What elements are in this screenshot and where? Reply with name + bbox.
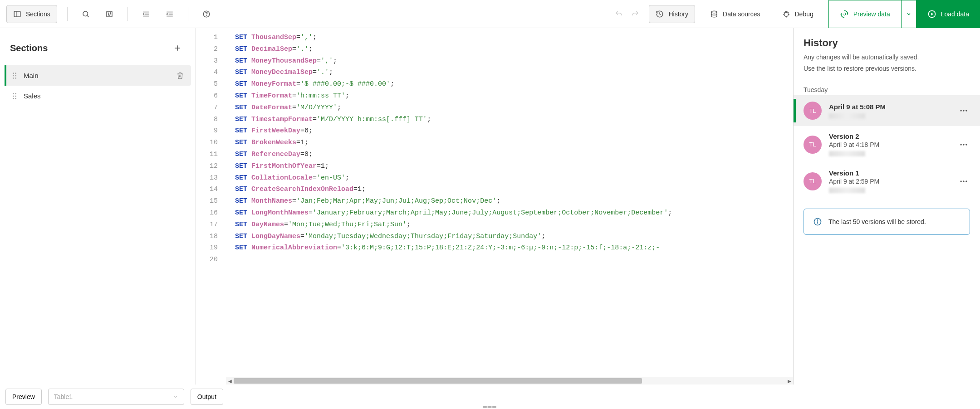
svg-point-27 [13,73,14,74]
toolbar: Sections History [0,0,980,28]
indent-button[interactable] [138,6,154,22]
scrollbar-thumb[interactable] [234,378,642,384]
sections-toggle-label: Sections [26,10,50,18]
svg-line-5 [108,12,109,16]
svg-point-14 [206,15,206,16]
svg-point-31 [13,78,14,79]
history-label: History [668,10,688,18]
svg-point-37 [13,98,14,99]
version-item-1[interactable]: TL Version 2 April 9 at 4:18 PM [794,126,980,163]
chevron-down-icon [173,394,178,399]
divider [67,7,68,21]
data-sources-button[interactable]: Data sources [703,5,767,23]
svg-point-39 [960,110,962,111]
line-gutter: 1234567891011121314151617181920 [196,28,226,385]
horizontal-scrollbar[interactable]: ◀ ▶ [226,377,793,385]
undo-icon [615,10,623,18]
main-area: Sections Main Sales 12345678910111213141… [0,28,980,385]
delete-section-button[interactable] [176,72,184,79]
svg-point-32 [15,78,16,79]
svg-point-16 [784,12,788,16]
svg-point-43 [963,144,964,145]
svg-line-3 [87,15,88,17]
history-desc-2: Use the list to restore previous version… [804,64,970,73]
search-icon [82,10,90,18]
version-user-redacted [829,188,865,193]
preview-data-dropdown[interactable] [902,0,916,28]
divider [188,7,188,21]
svg-point-45 [960,180,962,182]
svg-rect-0 [14,11,20,17]
svg-point-38 [15,98,16,99]
svg-line-21 [788,12,789,13]
outdent-icon [166,10,174,18]
output-button[interactable]: Output [191,389,223,405]
history-panel: History Any changes will be automaticall… [793,28,980,385]
drag-handle-icon[interactable] [12,72,17,79]
section-name: Main [24,72,170,79]
redo-icon [631,10,639,18]
svg-point-47 [965,180,967,182]
redo-button[interactable] [627,6,643,22]
search-button[interactable] [78,6,94,22]
svg-point-22 [843,13,845,15]
svg-point-40 [963,110,964,111]
history-info-box: The last 50 versions will be stored. [804,209,970,235]
svg-point-2 [83,11,88,16]
preview-button[interactable]: Preview [5,389,42,405]
sections-toggle-button[interactable]: Sections [6,5,57,23]
version-user-redacted [829,151,865,156]
history-day-label: Tuesday [794,86,980,93]
resize-grip[interactable]: ═══ [483,404,497,409]
section-item-sales[interactable]: Sales [5,86,191,106]
table-select[interactable]: Table1 [48,389,184,405]
help-button[interactable] [198,6,215,22]
section-item-main[interactable]: Main [5,65,191,86]
avatar: TL [804,136,822,154]
history-button[interactable]: History [649,5,695,23]
svg-point-50 [817,220,818,220]
debug-button[interactable]: Debug [775,5,820,23]
svg-point-28 [15,73,16,74]
version-more-button[interactable] [956,173,972,190]
version-more-button[interactable] [956,136,972,153]
load-data-button[interactable]: Load data [916,0,980,28]
svg-point-30 [15,75,16,76]
section-name: Sales [24,92,184,100]
plus-icon [173,44,182,53]
code-content[interactable]: SET ThousandSep=',';SET DecimalSep='.';S… [226,28,793,385]
history-info-text: The last 50 versions will be stored. [828,218,926,225]
scroll-left-arrow[interactable]: ◀ [226,377,234,385]
drag-handle-icon[interactable] [12,93,17,100]
avatar: TL [804,172,822,190]
scroll-right-arrow[interactable]: ▶ [785,377,793,385]
svg-point-44 [965,144,967,145]
divider [127,7,128,21]
svg-point-33 [13,93,14,94]
svg-point-34 [15,93,16,94]
play-circle-icon [927,10,936,19]
comment-toggle-button[interactable] [101,6,118,22]
indent-icon [142,10,150,18]
svg-point-15 [711,11,717,13]
code-editor[interactable]: 1234567891011121314151617181920 SET Thou… [196,28,793,385]
add-section-button[interactable] [169,40,186,56]
comment-icon [105,10,113,18]
load-data-label: Load data [941,10,969,18]
version-time: April 9 at 2:59 PM [829,178,948,185]
outdent-button[interactable] [162,6,178,22]
version-time: April 9 at 4:18 PM [829,141,948,148]
preview-data-button[interactable]: Preview data [828,0,902,28]
preview-icon [840,10,849,19]
version-more-button[interactable] [956,102,972,119]
version-item-2[interactable]: TL Version 1 April 9 at 2:59 PM [794,163,980,200]
svg-point-29 [13,75,14,76]
history-desc-1: Any changes will be automatically saved. [804,53,970,62]
data-sources-label: Data sources [723,10,760,18]
debug-icon [782,10,790,18]
undo-button[interactable] [611,6,627,22]
svg-marker-24 [931,12,933,15]
history-title: History [804,37,970,49]
history-icon [656,10,664,18]
version-item-0[interactable]: TL April 9 at 5:08 PM [794,95,980,126]
